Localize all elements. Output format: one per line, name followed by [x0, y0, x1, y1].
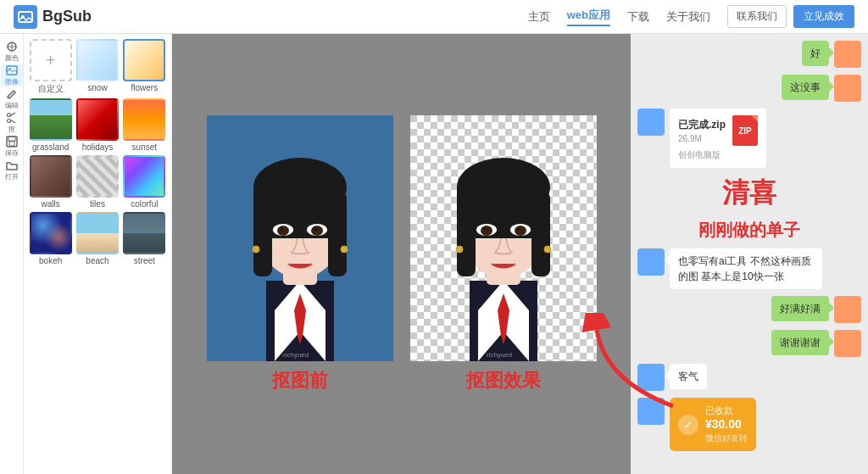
svg-rect-42 — [531, 192, 550, 276]
svg-point-24 — [280, 227, 283, 231]
sidebar-item-walls[interactable]: walls — [29, 155, 72, 209]
sidebar-item-snow[interactable]: snow — [75, 39, 119, 95]
svg-point-6 — [7, 120, 10, 123]
payment-check-icon: ✓ — [678, 415, 698, 435]
nav-home[interactable]: 主页 — [528, 9, 550, 25]
chat-msg-7: 客气 — [637, 364, 861, 391]
svg-rect-9 — [9, 142, 14, 146]
removed-image-box: richyued — [410, 115, 597, 361]
label-custom: 自定义 — [38, 83, 64, 95]
chat-messages: 好 这没事 已完成.zip 26.9M ZIP — [631, 34, 868, 474]
chat-msg-2: 这没事 — [637, 75, 861, 102]
main-content: richyued 抠图前 — [172, 34, 631, 474]
label-holidays: holidays — [82, 142, 114, 152]
sub-label: 刚刚做的单子 — [637, 219, 861, 242]
payment-amount: ¥30.00 — [705, 417, 748, 431]
file-row: 已完成.zip 26.9M ZIP — [678, 115, 758, 146]
payment-info: 已收款 ¥30.00 微信好友转 — [705, 404, 748, 444]
sidebar-item-sunset[interactable]: sunset — [123, 98, 166, 152]
label-grassland: grassland — [32, 142, 69, 152]
nav-about[interactable]: 关于我们 — [666, 9, 710, 25]
tool-edit-label: 编辑 — [5, 101, 19, 110]
svg-point-22 — [277, 226, 289, 236]
sidebar-item-grassland[interactable]: grassland — [29, 98, 72, 152]
svg-rect-18 — [253, 192, 272, 276]
tool-save-label: 保存 — [5, 148, 19, 158]
sidebar-item-bokeh[interactable]: bokeh — [29, 212, 72, 265]
bubble-6: 谢谢谢谢 — [771, 330, 829, 355]
removed-image-wrapper: richyued 抠图效果 — [410, 115, 597, 393]
background-sidebar: + 自定义 snow flowers grassland holidays — [24, 34, 172, 474]
thumb-sunset — [123, 98, 165, 141]
label-bokeh: bokeh — [39, 256, 62, 265]
thumb-colorful — [123, 155, 165, 198]
bubble-7: 客气 — [670, 364, 707, 389]
thumb-beach — [76, 212, 119, 254]
thumb-flowers — [123, 39, 165, 81]
contact-button[interactable]: 联系我们 — [727, 5, 787, 28]
background-grid: + 自定义 snow flowers grassland holidays — [29, 39, 166, 265]
thumb-tiles — [76, 155, 119, 198]
sidebar-item-colorful[interactable]: colorful — [123, 155, 166, 209]
sidebar-item-custom[interactable]: + 自定义 — [29, 39, 72, 95]
main-layout: 颜色 图像 编辑 抠 保存 打开 + 自定义 — [0, 34, 868, 474]
label-walls: walls — [42, 199, 60, 209]
tool-image[interactable]: 图像 — [1, 64, 23, 86]
original-label: 抠图前 — [272, 368, 328, 393]
tool-color[interactable]: 颜色 — [1, 41, 23, 63]
nav-download[interactable]: 下载 — [627, 9, 649, 25]
svg-text:richyued: richyued — [487, 351, 512, 359]
image-comparison: richyued 抠图前 — [207, 115, 597, 393]
chat-panel: 好 这没事 已完成.zip 26.9M ZIP — [631, 34, 868, 474]
svg-point-5 — [7, 114, 10, 117]
avatar-other-4 — [637, 398, 665, 425]
bubble-1: 好 — [802, 41, 829, 66]
thumb-snow — [76, 39, 119, 81]
thumb-walls — [30, 155, 72, 198]
file-source: 创创电脑版 — [678, 149, 758, 161]
thumb-custom: + — [30, 39, 72, 81]
tool-save[interactable]: 保存 — [1, 136, 23, 158]
sidebar-item-flowers[interactable]: flowers — [123, 39, 166, 95]
trial-button[interactable]: 立见成效 — [793, 5, 854, 28]
removed-person-svg: richyued — [410, 115, 597, 361]
logo-icon — [14, 5, 37, 29]
svg-point-26 — [253, 246, 259, 253]
svg-text:richyued: richyued — [283, 351, 309, 359]
chat-msg-4: 也零写有ai工具 不然这种画质的图 基本上是10快一张 — [637, 248, 861, 289]
payment-label: 已收款 — [705, 404, 748, 417]
payment-method: 微信好友转 — [705, 432, 748, 444]
label-beach: beach — [86, 256, 108, 265]
svg-point-45 — [481, 226, 492, 236]
tool-edit[interactable]: 编辑 — [1, 88, 23, 110]
tool-cut-label: 抠 — [8, 125, 15, 134]
thumb-street — [123, 212, 165, 254]
sidebar-item-beach[interactable]: beach — [75, 212, 119, 265]
label-snow: snow — [87, 83, 107, 92]
nav-webapp[interactable]: web应用 — [567, 8, 610, 26]
svg-point-23 — [311, 226, 323, 236]
left-toolbar: 颜色 图像 编辑 抠 保存 打开 — [0, 34, 24, 474]
svg-point-25 — [314, 227, 317, 231]
sidebar-item-tiles[interactable]: tiles — [75, 155, 119, 209]
thumb-holidays — [76, 98, 119, 141]
tool-color-label: 颜色 — [5, 53, 19, 63]
svg-rect-0 — [19, 12, 32, 22]
file-name: 已完成.zip — [678, 118, 726, 132]
bubble-5: 好满好满 — [771, 296, 829, 321]
chat-msg-1: 好 — [637, 41, 861, 68]
sidebar-item-holidays[interactable]: holidays — [75, 98, 119, 152]
label-tiles: tiles — [90, 199, 105, 209]
main-nav: 主页 web应用 下载 关于我们 — [528, 8, 710, 26]
chat-msg-payment: ✓ 已收款 ¥30.00 微信好友转 — [637, 398, 861, 451]
svg-point-47 — [483, 227, 487, 231]
svg-point-50 — [544, 246, 551, 253]
sidebar-item-street[interactable]: street — [123, 212, 166, 265]
tool-open[interactable]: 打开 — [1, 159, 23, 181]
bubble-4: 也零写有ai工具 不然这种画质的图 基本上是10快一张 — [670, 248, 822, 289]
label-sunset: sunset — [132, 142, 157, 152]
tool-image-label: 图像 — [5, 77, 19, 86]
file-icon: ZIP — [732, 115, 758, 146]
svg-point-48 — [517, 227, 520, 231]
tool-cut[interactable]: 抠 — [1, 112, 23, 134]
